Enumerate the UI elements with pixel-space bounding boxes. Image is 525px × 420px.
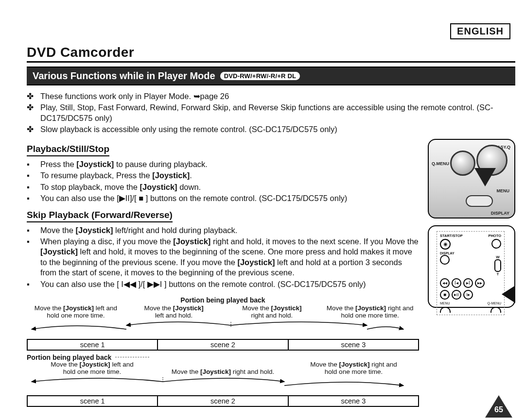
title-rule <box>27 61 515 63</box>
remote-photo-label: PHOTO <box>488 234 501 238</box>
page-title: DVD Camcorder <box>27 45 515 60</box>
disc-formats-badge: DVD-RW/+RW/-R/+R DL <box>220 72 300 80</box>
menu-label: MENU <box>497 188 510 193</box>
manual-page: ENGLISH DVD Camcorder Various Functions … <box>0 0 525 420</box>
remote-play-icon: ▸ıı <box>452 290 461 300</box>
dia1-cell-0: Move the [Joystick] left andhold one mor… <box>27 305 125 319</box>
dia2-cell-2: Move the [Joystick] right andhold one mo… <box>288 361 419 376</box>
dia2-cell-0: Move the [Joystick] left andhold one mor… <box>27 361 158 376</box>
remote-prev-icon: І◂ <box>452 278 461 288</box>
intro-bullet-0: These functions work only in Player Mode… <box>40 91 229 101</box>
remote-startstop-label: START/STOP <box>440 234 463 238</box>
qmenu-knob-icon <box>450 151 475 176</box>
remote-qmenu-label: Q-MENU <box>488 302 501 305</box>
pb-bullet-0: Press the [Joystick] to pause during pla… <box>40 159 208 169</box>
remote-photo-icon <box>491 239 501 249</box>
section-banner: Various Functions while in Player Mode D… <box>27 67 515 85</box>
scene-diagram-1: Portion being played back Move the [Joys… <box>27 296 419 406</box>
caption-dash <box>115 357 149 357</box>
dia1-cell-3: Move the [Joystick] right andhold one mo… <box>321 305 419 319</box>
pointer-arrow-icon <box>474 168 496 186</box>
remote-slow-icon: ı▸ <box>463 290 473 300</box>
scene1a: scene 1 <box>28 340 158 350</box>
remote-t-label: T <box>497 272 499 276</box>
scene3a: scene 3 <box>289 340 418 350</box>
camcorder-illustration: EASY.Q Q.MENU MENU DISPLAY <box>428 139 515 218</box>
scene3b: scene 3 <box>289 396 418 406</box>
intro-bullets: ✤These functions work only in Player Mod… <box>27 91 515 135</box>
display-label: DISPLAY <box>491 211 509 216</box>
scene2b: scene 2 <box>158 396 288 406</box>
remote-menu-btn-icon <box>440 307 451 313</box>
skip-bullet-1: When playing a disc, if you move the [Jo… <box>40 236 419 278</box>
scene-bar-1: scene 1 scene 2 scene 3 <box>27 339 419 351</box>
remote-startstop-icon: ◉ <box>440 239 451 250</box>
remote-stop-icon: ■ <box>440 290 450 300</box>
skip-bullet-2: You can also use the [ I◀◀ ]/[ ▶▶I ] but… <box>40 279 366 289</box>
diagram2-caption: Portion being played back <box>27 353 111 361</box>
page-number-badge: 65 <box>485 395 512 418</box>
scene2a: scene 2 <box>158 340 288 350</box>
pb-bullet-2: To stop playback, move the [Joystick] do… <box>40 182 201 192</box>
qmenu-label: Q.MENU <box>432 161 449 166</box>
remote-next-icon: ▸І <box>463 278 473 288</box>
remote-ff-icon: ▸▸ <box>475 278 485 288</box>
banner-text: Various Functions while in Player Mode <box>33 70 215 82</box>
remote-w-label: W <box>496 255 500 259</box>
diagram1-arrows <box>27 319 406 334</box>
scene1b: scene 1 <box>28 396 158 406</box>
language-badge: ENGLISH <box>450 23 510 39</box>
skip-bullet-0: Move the [Joystick] left/right and hold … <box>40 225 237 235</box>
intro-bullet-1: Play, Still, Stop, Fast Forward, Rewind,… <box>40 102 515 123</box>
skip-heading: Skip Playback (Forward/Reverse) <box>27 210 173 222</box>
dia1-cell-2: Move the [Joystick]right and hold. <box>223 305 321 319</box>
diagram1-caption: Portion being played back <box>27 296 419 304</box>
remote-rew-icon: ◂◂ <box>440 278 450 288</box>
remote-qmenu-btn-icon <box>490 307 501 313</box>
scene-bar-2: scene 1 scene 2 scene 3 <box>27 395 419 407</box>
skip-bullets: ▪Move the [Joystick] left/right and hold… <box>27 225 419 290</box>
remote-pointer-icon <box>502 286 515 303</box>
intro-bullet-2: Slow playback is accessible only using t… <box>40 124 337 134</box>
remote-display-label: DISPLAY <box>440 252 501 255</box>
dia1-cell-1: Move the [Joystick]left and hold. <box>125 305 223 319</box>
page-number: 65 <box>494 405 503 414</box>
remote-display-icon <box>440 255 450 265</box>
remote-illustration: START/STOP PHOTO ◉ DISPLAY W <box>428 225 515 308</box>
diagram2-arrows <box>27 376 406 390</box>
playback-bullets: ▪Press the [Joystick] to pause during pl… <box>27 159 419 204</box>
pb-bullet-3: You can also use the [▶II]/[ ■ ] buttons… <box>40 193 347 203</box>
dia2-cell-1: Move the [Joystick] right and hold. <box>158 369 288 376</box>
remote-zoom-icon <box>494 259 501 272</box>
remote-menu-label: MENU <box>440 302 450 305</box>
menu-button-icon <box>466 195 493 207</box>
pb-bullet-1: To resume playback, Press the [Joystick]… <box>40 170 192 181</box>
playback-heading: Playback/Still/Stop <box>27 144 109 156</box>
